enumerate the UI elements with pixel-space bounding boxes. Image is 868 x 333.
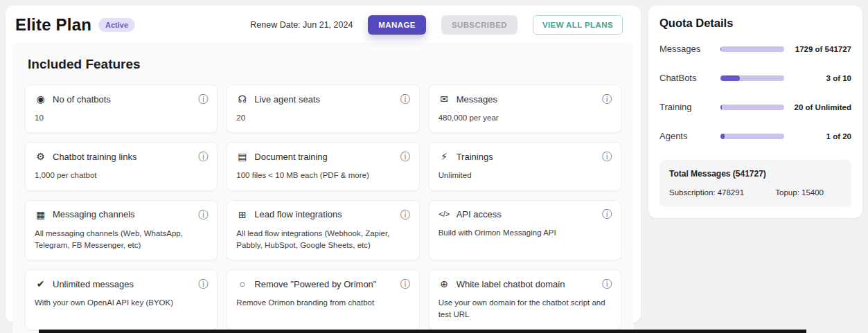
bottom-bar xyxy=(39,330,806,333)
info-icon[interactable]: ⓘ xyxy=(400,279,410,289)
feature-desc: With your own OpenAI API key (BYOK) xyxy=(35,297,208,309)
info-icon[interactable]: ⓘ xyxy=(198,210,208,219)
progress-bar xyxy=(720,134,784,139)
feature-card-chatbot-training-links: ⚙ Chatbot training links ⓘ 1,000 per cha… xyxy=(25,142,218,190)
feature-title: Remove "Powered by Orimon" xyxy=(254,279,376,289)
features-grid: ◉ No of chatbots ⓘ 10 ☊ Live agent seats… xyxy=(25,84,621,330)
progress-fill xyxy=(720,75,740,81)
feature-title: White label chatbot domain xyxy=(457,279,565,289)
bot-icon: ◉ xyxy=(35,93,46,105)
lightning-icon: ⚡ xyxy=(439,151,450,162)
quota-label: Agents xyxy=(659,131,720,141)
feature-title: Messages xyxy=(457,94,497,105)
feature-card-white-label-domain: ⊕ White label chatbot domain ⓘ Use your … xyxy=(429,269,621,330)
totals-row: Subscription: 478291 Topup: 15400 xyxy=(669,188,842,197)
info-icon[interactable]: ⓘ xyxy=(400,152,410,161)
quota-row-agents: Agents 1 of 20 xyxy=(659,131,851,141)
header-controls: Renew Date: Jun 21, 2024 MANAGE SUBSCRIB… xyxy=(250,15,627,35)
feature-card-unlimited-messages: ✔ Unlimited messages ⓘ With your own Ope… xyxy=(25,269,218,330)
manage-button[interactable]: MANAGE xyxy=(368,15,426,35)
feature-desc: Build with Orimon Messaging API xyxy=(439,227,612,239)
gear-icon: ⚙ xyxy=(35,151,46,162)
document-icon: ▤ xyxy=(236,151,248,162)
progress-fill xyxy=(720,46,721,52)
feature-title: Document training xyxy=(254,152,328,162)
code-icon: </> xyxy=(439,210,450,218)
feature-desc: 20 xyxy=(236,112,409,124)
progress-bar xyxy=(720,105,784,110)
quota-label: ChatBots xyxy=(659,73,720,83)
info-icon[interactable]: ⓘ xyxy=(602,209,612,219)
quota-value: 3 of 10 xyxy=(787,74,851,82)
subscribed-button[interactable]: SUBSCRIBED xyxy=(441,15,517,35)
info-icon[interactable]: ⓘ xyxy=(602,94,612,104)
feature-card-trainings: ⚡ Trainings ⓘ Unlimited xyxy=(429,142,621,190)
quota-panel: Quota Details Messages 1729 of 541727 Ch… xyxy=(648,6,862,218)
view-all-plans-button[interactable]: VIEW ALL PLANS xyxy=(533,15,623,35)
plan-header: Elite Plan Active Renew Date: Jun 21, 20… xyxy=(6,6,641,42)
info-icon[interactable]: ⓘ xyxy=(198,94,208,104)
quota-label: Messages xyxy=(659,44,720,54)
topup-total: Topup: 15400 xyxy=(775,188,824,197)
feature-card-api-access: </> API access ⓘ Build with Orimon Messa… xyxy=(429,200,621,261)
info-icon[interactable]: ⓘ xyxy=(198,152,208,161)
progress-fill xyxy=(720,105,722,110)
quota-details-heading: Quota Details xyxy=(659,17,851,30)
totals-title: Total Messages (541727) xyxy=(669,169,842,179)
feature-title: Chatbot training links xyxy=(53,152,136,162)
included-features-heading: Included Features xyxy=(28,57,621,72)
feature-desc: All lead flow integrations (Webhook, Zap… xyxy=(236,228,409,252)
feature-desc: Unlimited xyxy=(439,170,612,181)
feature-card-lead-flow-integrations: ⊞ Lead flow integrations ⓘ All lead flow… xyxy=(227,200,419,261)
info-icon[interactable]: ⓘ xyxy=(602,152,612,161)
feature-desc: 480,000 per year xyxy=(439,112,612,124)
feature-card-remove-branding: ○ Remove "Powered by Orimon" ⓘ Remove Or… xyxy=(227,269,419,330)
progress-fill xyxy=(720,134,725,139)
circle-icon: ○ xyxy=(236,278,248,289)
feature-title: Messaging channels xyxy=(53,209,135,219)
status-badge: Active xyxy=(98,18,135,32)
info-icon[interactable]: ⓘ xyxy=(400,94,410,104)
feature-title: Trainings xyxy=(457,152,493,162)
feature-card-document-training: ▤ Document training ⓘ 100 files < 10 MB … xyxy=(227,142,419,190)
quota-value: 20 of Unlimited xyxy=(787,103,851,111)
globe-icon: ⊕ xyxy=(439,278,450,289)
grid-icon: ▦ xyxy=(35,209,46,220)
features-section: Included Features ◉ No of chatbots ⓘ 10 … xyxy=(12,43,634,333)
feature-card-no-of-chatbots: ◉ No of chatbots ⓘ 10 xyxy=(25,84,218,133)
double-check-icon: ✔ xyxy=(35,278,46,289)
info-icon[interactable]: ⓘ xyxy=(400,210,410,219)
quota-row-training: Training 20 of Unlimited xyxy=(659,102,851,112)
integrations-icon: ⊞ xyxy=(236,209,248,220)
quota-value: 1 of 20 xyxy=(787,132,851,141)
info-icon[interactable]: ⓘ xyxy=(198,279,208,289)
page-title: Elite Plan xyxy=(15,15,91,35)
feature-title: No of chatbots xyxy=(53,94,111,105)
feature-card-messaging-channels: ▦ Messaging channels ⓘ All messaging cha… xyxy=(25,200,218,261)
progress-bar xyxy=(720,46,784,52)
feature-card-live-agent-seats: ☊ Live agent seats ⓘ 20 xyxy=(227,84,419,133)
feature-desc: All messaging channels (Web, WhatsApp, T… xyxy=(35,228,208,252)
message-icon: ✉ xyxy=(439,93,450,105)
feature-desc: 10 xyxy=(35,112,208,124)
feature-desc: 100 files < 10 MB each (PDF & more) xyxy=(236,170,409,181)
feature-desc: Remove Orimon branding from chatbot xyxy=(236,297,409,309)
quota-row-messages: Messages 1729 of 541727 xyxy=(659,44,851,54)
info-icon[interactable]: ⓘ xyxy=(602,279,612,289)
quota-label: Training xyxy=(659,102,720,112)
quota-value: 1729 of 541727 xyxy=(787,45,851,53)
feature-desc: Use your own domain for the chatbot scri… xyxy=(439,297,612,321)
feature-title: Lead flow integrations xyxy=(254,209,342,219)
feature-card-messages: ✉ Messages ⓘ 480,000 per year xyxy=(429,84,621,133)
subscription-total: Subscription: 478291 xyxy=(669,188,744,197)
progress-bar xyxy=(720,75,784,81)
totals-box: Total Messages (541727) Subscription: 47… xyxy=(659,160,851,207)
feature-desc: 1,000 per chatbot xyxy=(35,170,208,181)
headset-icon: ☊ xyxy=(236,93,248,105)
feature-title: Live agent seats xyxy=(254,94,320,105)
renew-date: Renew Date: Jun 21, 2024 xyxy=(250,20,353,30)
quota-row-chatbots: ChatBots 3 of 10 xyxy=(659,73,851,83)
plan-card: Elite Plan Active Renew Date: Jun 21, 20… xyxy=(6,6,641,323)
feature-title: Unlimited messages xyxy=(53,279,134,289)
feature-title: API access xyxy=(457,209,502,219)
